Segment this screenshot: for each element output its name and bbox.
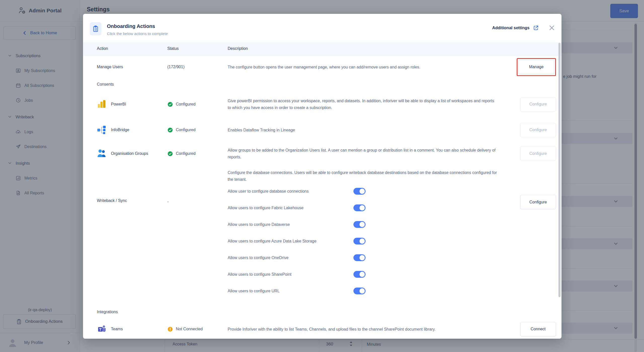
app: Admin Portal Back to Home Subscriptions …	[0, 0, 644, 352]
table-header: Action Status Description	[83, 42, 561, 56]
configure-button[interactable]: Configure	[520, 195, 556, 209]
toggle-row: Allow users to configure Azure Data Lake…	[228, 233, 366, 249]
row-description: The configure button opens the user mana…	[228, 64, 511, 71]
configure-button[interactable]: Configure	[520, 97, 556, 112]
toggle-label: Allow users to configure URL	[228, 288, 279, 294]
column-header-description: Description	[228, 46, 248, 51]
table-row-manage-users: Manage Users (172/901) The configure but…	[83, 56, 561, 78]
action-name: Writeback / Sync	[97, 198, 127, 203]
connect-button[interactable]: Connect	[520, 322, 556, 336]
toggle-sharepoint[interactable]	[353, 271, 366, 278]
warning-circle-icon	[167, 326, 173, 332]
modal-body: Manage Users (172/901) The configure but…	[83, 56, 561, 339]
toggle-label: Allow user to configure database connect…	[228, 188, 309, 195]
table-row-organisation-groups: Organisation Groups Configured Allow gro…	[83, 142, 561, 165]
toggle-database-connections[interactable]	[353, 188, 366, 195]
powerbi-icon	[97, 99, 107, 109]
toggle-azure-data-lake[interactable]	[353, 238, 366, 244]
action-name: Manage Users	[97, 65, 123, 69]
status-text: -	[167, 199, 169, 204]
status-text: Not Connected	[176, 327, 203, 331]
configure-button[interactable]: Configure	[520, 147, 556, 161]
table-row-teams: Teams Not Connected Provide Inforiver wi…	[83, 318, 561, 339]
status-text: Configured	[176, 102, 195, 107]
toggle-label: Allow users to configure Azure Data Lake…	[228, 238, 316, 244]
toggle-dataverse[interactable]	[353, 221, 366, 228]
toggle-label: Allow users to configure SharePoint	[228, 271, 291, 278]
configure-button[interactable]: Configure	[520, 123, 556, 137]
toggle-label: Allow users to configure OneDrive	[228, 254, 289, 261]
toggle-row: Allow users to configure URL	[228, 283, 366, 299]
manage-button[interactable]: Manage	[518, 60, 554, 74]
check-circle-icon	[167, 127, 173, 133]
status-text: (172/901)	[167, 65, 185, 69]
toggle-row: Allow users to configure Fabric Lakehous…	[228, 199, 366, 216]
organisation-groups-icon	[97, 149, 107, 159]
toggle-row: Allow users to configure SharePoint	[228, 266, 366, 283]
check-circle-icon	[167, 101, 173, 107]
highlight-annotation: Manage	[517, 58, 556, 76]
toggle-onedrive[interactable]	[353, 254, 366, 261]
table-row-writeback-sync: Writeback / Sync - Configure the databas…	[83, 165, 561, 306]
action-name: Organisation Groups	[111, 151, 148, 156]
additional-settings-link[interactable]: Additional settings	[492, 25, 539, 31]
row-description: Configure the database connections. User…	[228, 169, 497, 183]
toggle-label: Allow users to configure Fabric Lakehous…	[228, 204, 304, 211]
table-row-infobridge: InfoBridge Configured Enables Dataflow T…	[83, 118, 561, 142]
toggle-label: Allow users to configure Dataverse	[228, 221, 290, 228]
action-name: PowerBI	[111, 102, 126, 107]
toggle-row: Allow user to configure database connect…	[228, 183, 366, 199]
row-description: Give powerBI permission to access your w…	[228, 97, 511, 111]
status-text: Configured	[176, 151, 195, 156]
modal-scrollbar-thumb[interactable]	[558, 43, 560, 297]
toggle-fabric-lakehouse[interactable]	[353, 204, 366, 211]
onboarding-actions-modal: Onboarding Actions Click the below actio…	[83, 14, 561, 339]
toggle-row: Allow users to configure Dataverse	[228, 216, 366, 233]
teams-icon	[97, 324, 107, 334]
modal-title: Onboarding Actions	[107, 23, 155, 29]
section-label-consents: Consents	[83, 78, 561, 91]
toggle-url[interactable]	[353, 288, 366, 294]
additional-settings-label: Additional settings	[492, 25, 530, 30]
external-link-icon	[533, 25, 539, 31]
check-circle-icon	[167, 151, 173, 157]
close-icon[interactable]	[548, 24, 555, 31]
toggle-row: Allow users to configure OneDrive	[228, 249, 366, 266]
row-description: Provide Inforiver with the ability to li…	[228, 326, 511, 333]
infobridge-icon	[97, 125, 107, 135]
section-label-integrations: Integrations	[83, 306, 561, 318]
modal-subtitle: Click the below actions to complete	[107, 31, 168, 36]
status-text: Configured	[176, 128, 195, 132]
clipboard-icon	[90, 22, 101, 35]
table-row-powerbi: PowerBI Configured Give powerBI permissi…	[83, 91, 561, 118]
action-name: Teams	[111, 327, 123, 331]
column-header-action: Action	[97, 46, 108, 51]
row-description: Allow groups to be added to the Organiza…	[228, 147, 511, 160]
column-header-status: Status	[167, 46, 179, 51]
row-description: Enables Dataflow Tracking in Lineage	[228, 127, 511, 133]
action-name: InfoBridge	[111, 128, 129, 132]
